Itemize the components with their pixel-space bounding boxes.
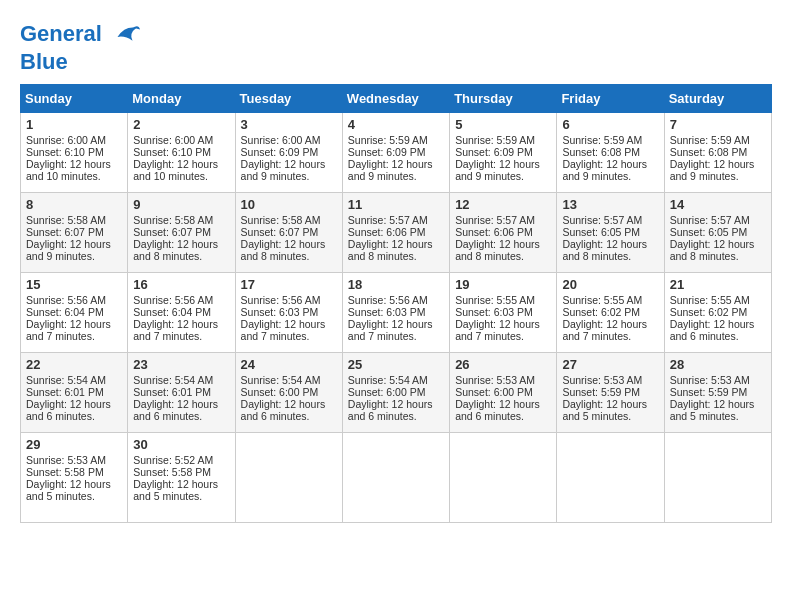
sunrise-24: Sunrise: 5:54 AM	[241, 374, 321, 386]
day-number-5: 5	[455, 117, 551, 132]
sunrise-17: Sunrise: 5:56 AM	[241, 294, 321, 306]
empty-cell	[664, 433, 771, 523]
daylight-label-23: Daylight: 12 hours and 6 minutes.	[133, 398, 218, 422]
daylight-label-26: Daylight: 12 hours and 6 minutes.	[455, 398, 540, 422]
daylight-label-20: Daylight: 12 hours and 7 minutes.	[562, 318, 647, 342]
daylight-label-8: Daylight: 12 hours and 9 minutes.	[26, 238, 111, 262]
daylight-label-7: Daylight: 12 hours and 9 minutes.	[670, 158, 755, 182]
day-number-3: 3	[241, 117, 337, 132]
header-tuesday: Tuesday	[235, 85, 342, 113]
day-number-12: 12	[455, 197, 551, 212]
weekday-header-row: Sunday Monday Tuesday Wednesday Thursday…	[21, 85, 772, 113]
day-number-14: 14	[670, 197, 766, 212]
sunset-5: Sunset: 6:09 PM	[455, 146, 533, 158]
daylight-label-25: Daylight: 12 hours and 6 minutes.	[348, 398, 433, 422]
day-number-27: 27	[562, 357, 658, 372]
sunset-2: Sunset: 6:10 PM	[133, 146, 211, 158]
sunset-17: Sunset: 6:03 PM	[241, 306, 319, 318]
sunrise-2: Sunrise: 6:00 AM	[133, 134, 213, 146]
sunrise-5: Sunrise: 5:59 AM	[455, 134, 535, 146]
day-3: 3 Sunrise: 6:00 AM Sunset: 6:09 PM Dayli…	[235, 113, 342, 193]
sunrise-18: Sunrise: 5:56 AM	[348, 294, 428, 306]
sunrise-20: Sunrise: 5:55 AM	[562, 294, 642, 306]
sunrise-22: Sunrise: 5:54 AM	[26, 374, 106, 386]
day-5: 5 Sunrise: 5:59 AM Sunset: 6:09 PM Dayli…	[450, 113, 557, 193]
sunset-11: Sunset: 6:06 PM	[348, 226, 426, 238]
day-8: 8 Sunrise: 5:58 AM Sunset: 6:07 PM Dayli…	[21, 193, 128, 273]
day-22: 22 Sunrise: 5:54 AM Sunset: 6:01 PM Dayl…	[21, 353, 128, 433]
day-27: 27 Sunrise: 5:53 AM Sunset: 5:59 PM Dayl…	[557, 353, 664, 433]
header-monday: Monday	[128, 85, 235, 113]
day-number-24: 24	[241, 357, 337, 372]
sunrise-4: Sunrise: 5:59 AM	[348, 134, 428, 146]
daylight-label-5: Daylight: 12 hours and 9 minutes.	[455, 158, 540, 182]
daylight-label-10: Daylight: 12 hours and 8 minutes.	[241, 238, 326, 262]
sunset-3: Sunset: 6:09 PM	[241, 146, 319, 158]
daylight-label-24: Daylight: 12 hours and 6 minutes.	[241, 398, 326, 422]
day-24: 24 Sunrise: 5:54 AM Sunset: 6:00 PM Dayl…	[235, 353, 342, 433]
empty-cell	[342, 433, 449, 523]
sunset-25: Sunset: 6:00 PM	[348, 386, 426, 398]
day-10: 10 Sunrise: 5:58 AM Sunset: 6:07 PM Dayl…	[235, 193, 342, 273]
sunrise-25: Sunrise: 5:54 AM	[348, 374, 428, 386]
day-21: 21 Sunrise: 5:55 AM Sunset: 6:02 PM Dayl…	[664, 273, 771, 353]
daylight-label-1: Daylight: 12 hours and 10 minutes.	[26, 158, 111, 182]
sunset-24: Sunset: 6:00 PM	[241, 386, 319, 398]
sunrise-29: Sunrise: 5:53 AM	[26, 454, 106, 466]
sunset-28: Sunset: 5:59 PM	[670, 386, 748, 398]
day-26: 26 Sunrise: 5:53 AM Sunset: 6:00 PM Dayl…	[450, 353, 557, 433]
logo-text2: Blue	[20, 50, 140, 74]
empty-cell	[235, 433, 342, 523]
day-number-4: 4	[348, 117, 444, 132]
sunset-13: Sunset: 6:05 PM	[562, 226, 640, 238]
sunset-9: Sunset: 6:07 PM	[133, 226, 211, 238]
day-number-26: 26	[455, 357, 551, 372]
sunrise-1: Sunrise: 6:00 AM	[26, 134, 106, 146]
day-number-8: 8	[26, 197, 122, 212]
day-number-20: 20	[562, 277, 658, 292]
daylight-label-28: Daylight: 12 hours and 5 minutes.	[670, 398, 755, 422]
daylight-label-30: Daylight: 12 hours and 5 minutes.	[133, 478, 218, 502]
day-number-19: 19	[455, 277, 551, 292]
sunrise-23: Sunrise: 5:54 AM	[133, 374, 213, 386]
sunset-8: Sunset: 6:07 PM	[26, 226, 104, 238]
daylight-label-2: Daylight: 12 hours and 10 minutes.	[133, 158, 218, 182]
day-19: 19 Sunrise: 5:55 AM Sunset: 6:03 PM Dayl…	[450, 273, 557, 353]
day-number-15: 15	[26, 277, 122, 292]
day-number-29: 29	[26, 437, 122, 452]
sunrise-11: Sunrise: 5:57 AM	[348, 214, 428, 226]
daylight-label-3: Daylight: 12 hours and 9 minutes.	[241, 158, 326, 182]
sunset-14: Sunset: 6:05 PM	[670, 226, 748, 238]
day-number-30: 30	[133, 437, 229, 452]
day-number-18: 18	[348, 277, 444, 292]
sunrise-12: Sunrise: 5:57 AM	[455, 214, 535, 226]
sunrise-13: Sunrise: 5:57 AM	[562, 214, 642, 226]
daylight-label-29: Daylight: 12 hours and 5 minutes.	[26, 478, 111, 502]
sunrise-30: Sunrise: 5:52 AM	[133, 454, 213, 466]
day-7: 7 Sunrise: 5:59 AM Sunset: 6:08 PM Dayli…	[664, 113, 771, 193]
sunrise-14: Sunrise: 5:57 AM	[670, 214, 750, 226]
day-20: 20 Sunrise: 5:55 AM Sunset: 6:02 PM Dayl…	[557, 273, 664, 353]
daylight-label-14: Daylight: 12 hours and 8 minutes.	[670, 238, 755, 262]
daylight-label-6: Daylight: 12 hours and 9 minutes.	[562, 158, 647, 182]
header-saturday: Saturday	[664, 85, 771, 113]
day-13: 13 Sunrise: 5:57 AM Sunset: 6:05 PM Dayl…	[557, 193, 664, 273]
daylight-label-4: Daylight: 12 hours and 9 minutes.	[348, 158, 433, 182]
day-number-28: 28	[670, 357, 766, 372]
sunset-1: Sunset: 6:10 PM	[26, 146, 104, 158]
sunrise-3: Sunrise: 6:00 AM	[241, 134, 321, 146]
daylight-label-13: Daylight: 12 hours and 8 minutes.	[562, 238, 647, 262]
day-14: 14 Sunrise: 5:57 AM Sunset: 6:05 PM Dayl…	[664, 193, 771, 273]
day-number-22: 22	[26, 357, 122, 372]
day-number-21: 21	[670, 277, 766, 292]
sunset-4: Sunset: 6:09 PM	[348, 146, 426, 158]
day-number-17: 17	[241, 277, 337, 292]
day-18: 18 Sunrise: 5:56 AM Sunset: 6:03 PM Dayl…	[342, 273, 449, 353]
sunrise-15: Sunrise: 5:56 AM	[26, 294, 106, 306]
day-number-13: 13	[562, 197, 658, 212]
logo-text: General	[20, 20, 140, 50]
day-17: 17 Sunrise: 5:56 AM Sunset: 6:03 PM Dayl…	[235, 273, 342, 353]
sunset-21: Sunset: 6:02 PM	[670, 306, 748, 318]
day-number-1: 1	[26, 117, 122, 132]
sunset-15: Sunset: 6:04 PM	[26, 306, 104, 318]
